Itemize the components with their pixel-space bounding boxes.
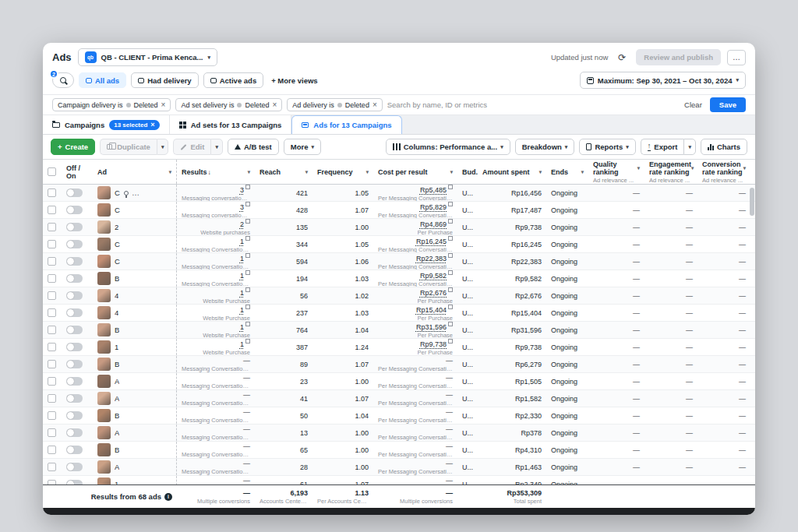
table-row[interactable]: 4 … 1 Website Purchase 56 1.02 Rp2,676 P… [43, 287, 755, 305]
results-value[interactable]: — [243, 374, 250, 382]
ad-name[interactable]: 4 [115, 308, 118, 317]
ad-toggle[interactable] [66, 308, 83, 317]
ad-name[interactable]: C [115, 188, 120, 197]
duplicate-button[interactable]: Duplicate [100, 139, 157, 155]
cost-value[interactable]: Rp9,738 [420, 339, 453, 348]
ad-toggle[interactable] [66, 206, 83, 214]
ad-toggle[interactable] [66, 394, 83, 403]
charts-button[interactable]: Charts [701, 139, 747, 155]
ab-test-button[interactable]: A/B test [228, 139, 279, 155]
info-icon[interactable]: i [164, 493, 172, 501]
table-row[interactable]: A … — Messaging Conversation Start... 13… [43, 425, 755, 442]
ad-name[interactable]: A [115, 377, 119, 386]
table-row[interactable]: C … 3 Messaging conversations s... 428 1… [43, 202, 755, 219]
table-row[interactable]: B … — Messaging Conversation Start... 50… [43, 407, 755, 425]
cost-value[interactable]: Rp16,245 [416, 236, 453, 245]
row-checkbox[interactable] [48, 343, 56, 351]
header-budget[interactable]: Bud... [457, 160, 478, 184]
cost-value[interactable]: Rp2,676 [420, 287, 453, 297]
results-value[interactable]: — [243, 408, 250, 416]
ad-name[interactable]: C [115, 257, 120, 266]
ad-name[interactable]: 1 [115, 480, 118, 484]
table-row[interactable]: B … — Messaging Conversation Start... 65… [43, 442, 755, 459]
ad-name[interactable]: C [115, 206, 120, 214]
cost-value[interactable]: — [446, 408, 453, 416]
clear-filters-button[interactable]: Clear [681, 100, 705, 109]
ad-toggle[interactable] [66, 257, 83, 266]
ad-name[interactable]: B [115, 274, 119, 283]
breakdown-button[interactable]: Breakdown▾ [515, 139, 575, 155]
cost-value[interactable]: Rp22,383 [416, 253, 453, 262]
row-checkbox[interactable] [48, 308, 56, 317]
cost-value[interactable]: — [446, 425, 453, 433]
vertical-scrollbar[interactable] [750, 186, 754, 483]
header-results[interactable]: Results↓▾ [177, 160, 255, 184]
header-engagement-ranking[interactable]: Engagement rate ranking▾Ad relevance ... [644, 160, 697, 184]
ad-name[interactable]: A [115, 394, 119, 403]
cost-value[interactable]: Rp9,582 [420, 270, 453, 280]
cost-value[interactable]: Rp5,829 [420, 202, 453, 211]
row-checkbox[interactable] [48, 274, 56, 283]
ad-toggle[interactable] [66, 291, 83, 300]
results-value[interactable]: 1 [240, 339, 250, 348]
date-range-selector[interactable]: Maximum: Sep 30, 2021 – Oct 30, 2024 ▾ [580, 72, 746, 89]
cost-value[interactable]: Rp15,404 [416, 305, 453, 314]
table-row[interactable]: 1 … 1 Website Purchase 387 1.24 Rp9,738 … [43, 339, 755, 356]
header-ends[interactable]: Ends▾ [546, 160, 588, 184]
row-checkbox[interactable] [48, 463, 56, 471]
header-cost-per-result[interactable]: Cost per result▾ [373, 160, 457, 184]
cost-value[interactable]: — [446, 391, 453, 399]
view-active-ads[interactable]: Active ads [203, 72, 264, 88]
columns-button[interactable]: Columns: Performance a...▾ [386, 139, 510, 155]
table-row[interactable]: B … 1 Website Purchase 764 1.04 Rp31,596… [43, 322, 755, 339]
view-all-ads[interactable]: All ads [79, 72, 126, 88]
cost-value[interactable]: — [446, 442, 453, 450]
ad-name[interactable]: B [115, 326, 119, 334]
cost-value[interactable]: — [446, 477, 453, 484]
review-publish-button[interactable]: Review and publish [636, 49, 721, 65]
header-impressions[interactable]: Impres... [750, 160, 755, 184]
ad-toggle[interactable] [66, 223, 83, 231]
row-checkbox[interactable] [48, 257, 56, 266]
duplicate-dropdown-button[interactable]: ▾ [157, 139, 169, 155]
more-options-button[interactable]: … [727, 50, 746, 65]
ad-name[interactable]: A [115, 463, 119, 471]
results-value[interactable]: — [243, 460, 250, 467]
table-row[interactable]: 1 … — Messaging Conversation Start... 61… [43, 476, 755, 484]
row-checkbox[interactable] [48, 206, 56, 214]
table-row[interactable]: A … — Messaging Conversation Start... 23… [43, 373, 755, 390]
ad-toggle[interactable] [66, 326, 83, 334]
results-value[interactable]: — [243, 477, 250, 484]
refresh-button[interactable]: ⟳ [614, 50, 630, 65]
ad-name[interactable]: A [115, 428, 119, 437]
results-value[interactable]: 1 [240, 236, 250, 245]
tab-ads[interactable]: Ads for 13 Campaigns [291, 115, 401, 134]
close-icon[interactable]: × [150, 122, 154, 129]
cost-value[interactable]: — [446, 374, 453, 382]
selected-count-badge[interactable]: 13 selected × [109, 120, 159, 130]
row-checkbox[interactable] [48, 480, 56, 484]
ad-toggle[interactable] [66, 446, 83, 454]
ad-name[interactable]: B [115, 360, 119, 368]
row-checkbox[interactable] [48, 446, 56, 454]
results-value[interactable]: — [243, 442, 250, 450]
results-value[interactable]: — [243, 425, 250, 433]
edit-button[interactable]: Edit [173, 139, 210, 155]
results-value[interactable]: — [243, 357, 250, 365]
table-row[interactable]: C … 3 Messaging conversations s... 421 1… [43, 185, 755, 202]
search-input[interactable] [387, 100, 676, 109]
ad-toggle[interactable] [66, 240, 83, 248]
header-amount-spent[interactable]: Amount spent▾ [478, 160, 546, 184]
header-reach[interactable]: Reach▾ [255, 160, 312, 184]
tab-campaigns[interactable]: Campaigns 13 selected × [43, 115, 170, 134]
close-icon[interactable]: × [272, 101, 277, 109]
ad-name[interactable]: 1 [115, 343, 118, 351]
header-quality-ranking[interactable]: Quality ranking▾Ad relevance ... [588, 160, 644, 184]
close-icon[interactable]: × [373, 101, 377, 109]
ad-toggle[interactable] [66, 480, 83, 484]
table-row[interactable]: 2 … 2 Website purchases 135 1.00 Rp4,869… [43, 219, 755, 236]
account-selector[interactable]: qb QB - CLIENT - Prima Kenca... ▾ [78, 48, 217, 66]
filter-chip-adset-delivery[interactable]: Ad set delivery is Deleted × [175, 98, 282, 111]
ad-toggle[interactable] [66, 377, 83, 386]
row-more-icon[interactable]: … [132, 189, 139, 197]
